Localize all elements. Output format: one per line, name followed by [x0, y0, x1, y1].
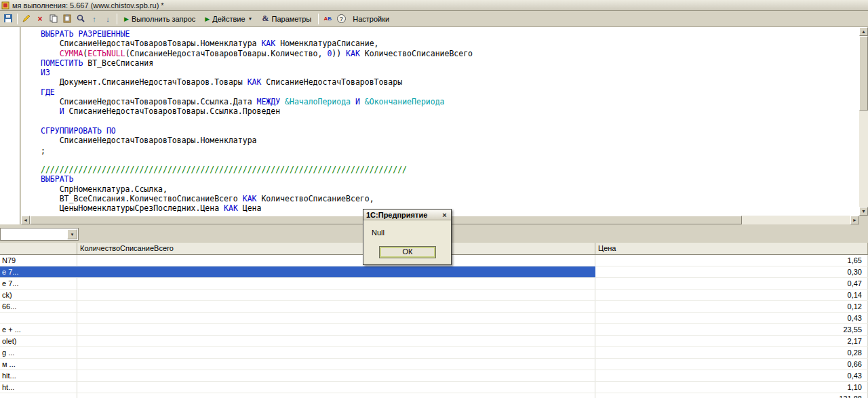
cell-nomenclature[interactable]: ck): [0, 290, 77, 300]
paste-button[interactable]: [60, 12, 74, 26]
cell-price[interactable]: 0,12: [595, 301, 868, 312]
cell-quantity[interactable]: [77, 266, 595, 277]
cell-price[interactable]: 0,30: [595, 266, 868, 277]
delete-button[interactable]: ×: [33, 12, 47, 26]
find-button[interactable]: [74, 12, 87, 26]
table-row[interactable]: м ...0,66: [0, 359, 868, 370]
cell-quantity[interactable]: [77, 359, 595, 370]
scroll-left-button[interactable]: ◄: [21, 216, 30, 224]
table-row[interactable]: ht...1,10: [0, 382, 868, 393]
table-row[interactable]: 66...0,12: [0, 301, 868, 313]
action-button[interactable]: ▶ Действие ▼: [200, 12, 257, 26]
run-query-label: Выполнить запрос: [132, 15, 195, 23]
parameters-button[interactable]: & Параметры: [258, 12, 317, 26]
cell-nomenclature[interactable]: N79: [0, 255, 77, 266]
ok-button[interactable]: ОК: [379, 246, 436, 258]
scroll-right-button[interactable]: ►: [850, 216, 859, 224]
dialog-title-bar[interactable]: 1С:Предприятие ×: [363, 210, 451, 220]
table-row[interactable]: е 7...0,30: [0, 266, 868, 278]
table-row[interactable]: olet)2,17: [0, 336, 868, 347]
code-line: СписаниеНедостачТоваровТовары.Ссылка.Дат…: [41, 97, 859, 106]
cell-price[interactable]: 0,28: [595, 347, 868, 358]
cell-price[interactable]: 0,43: [595, 313, 868, 323]
query-editor[interactable]: ВЫБРАТЬ РАЗРЕШЕННЫЕ СписаниеНедостачТова…: [21, 27, 859, 216]
cell-quantity[interactable]: [77, 278, 595, 289]
edit-button[interactable]: [20, 12, 33, 26]
cell-nomenclature[interactable]: hit...: [0, 370, 77, 381]
cell-price[interactable]: 0,14: [595, 290, 868, 300]
filter-combobox-value: [3, 230, 66, 239]
title-bar: мя выполнения: 5.667 (www.chistov.spb.ru…: [0, 0, 868, 11]
dialog-title: 1С:Предприятие: [366, 211, 427, 219]
cell-nomenclature[interactable]: ht...: [0, 382, 77, 393]
main-toolbar: × ↑ ↓ ▶ Выполнить запрос ▶ Действие ▼ & …: [0, 11, 868, 27]
code-line: СУММА(ЕСТЬNULL(СписаниеНедостачТоваровТо…: [41, 49, 859, 58]
cell-nomenclature[interactable]: g ...: [0, 347, 77, 358]
vertical-scroll-thumb[interactable]: [859, 36, 868, 111]
cell-price[interactable]: 0,43: [595, 370, 868, 381]
cell-quantity[interactable]: [77, 347, 595, 358]
cell-quantity[interactable]: [77, 290, 595, 300]
dialog-message: Null: [372, 228, 384, 237]
cell-nomenclature[interactable]: е + ...: [0, 324, 77, 335]
cell-price[interactable]: 1,65: [595, 255, 868, 266]
move-down-button[interactable]: ↓: [101, 12, 115, 26]
ab-settings-button[interactable]: АБ: [321, 12, 334, 26]
cell-nomenclature[interactable]: [0, 393, 77, 398]
copy-button[interactable]: [47, 12, 60, 26]
cell-price[interactable]: 1,10: [595, 382, 868, 393]
code-line: Документ.СписаниеНедостачТоваров.Товары …: [41, 77, 859, 87]
code-line: ВЫБРАТЬ: [41, 174, 859, 184]
help-button[interactable]: ?: [334, 12, 348, 26]
cell-nomenclature[interactable]: е 7...: [0, 278, 77, 289]
scroll-up-button[interactable]: ▲: [859, 27, 868, 36]
cell-nomenclature[interactable]: [0, 313, 77, 323]
scroll-down-button[interactable]: ▼: [859, 207, 868, 216]
cell-price[interactable]: 0,66: [595, 359, 868, 370]
cell-quantity[interactable]: [77, 336, 595, 346]
table-row[interactable]: е 7...0,47: [0, 278, 868, 290]
cell-price[interactable]: 131,88: [595, 393, 868, 398]
copy-icon: [49, 14, 58, 24]
cell-nomenclature[interactable]: м ...: [0, 359, 77, 370]
table-row[interactable]: hit...0,43: [0, 370, 868, 382]
column-header-nomenclature[interactable]: [0, 243, 77, 254]
table-row[interactable]: ck)0,14: [0, 290, 868, 301]
cell-quantity[interactable]: [77, 255, 595, 266]
cell-quantity[interactable]: [77, 301, 595, 312]
cell-quantity[interactable]: [77, 382, 595, 393]
cell-nomenclature[interactable]: 66...: [0, 301, 77, 312]
save-button[interactable]: [1, 12, 15, 26]
magnifier-icon: [76, 14, 85, 24]
cell-quantity[interactable]: [77, 324, 595, 335]
table-row[interactable]: 0,43: [0, 313, 868, 324]
settings-button[interactable]: Настройки: [348, 12, 394, 26]
cell-nomenclature[interactable]: е 7...: [0, 266, 77, 277]
cell-quantity[interactable]: [77, 393, 595, 398]
column-header-quantity[interactable]: КоличествоСписаниеВсего: [77, 243, 595, 254]
arrow-up-icon: ↑: [92, 15, 96, 23]
cell-nomenclature[interactable]: olet): [0, 336, 77, 346]
help-icon: ?: [337, 14, 346, 23]
combo-dropdown-button[interactable]: ▼: [67, 229, 77, 239]
cell-price[interactable]: 23,55: [595, 324, 868, 335]
code-line: СпрНоменклатура.Ссылка,: [41, 184, 859, 194]
cell-price[interactable]: 0,47: [595, 278, 868, 289]
cell-quantity[interactable]: [77, 313, 595, 323]
run-query-button[interactable]: ▶ Выполнить запрос: [119, 12, 200, 26]
table-row[interactable]: е + ...23,55: [0, 324, 868, 336]
table-row[interactable]: g ...0,28: [0, 347, 868, 359]
message-dialog: 1С:Предприятие × Null ОК: [363, 209, 452, 265]
move-up-button[interactable]: ↑: [87, 12, 101, 26]
cell-quantity[interactable]: [77, 370, 595, 381]
cell-price[interactable]: 2,17: [595, 336, 868, 346]
column-header-price[interactable]: Цена: [595, 243, 868, 254]
editor-vertical-scrollbar[interactable]: ▲ ▼: [859, 27, 868, 216]
filter-combobox[interactable]: ▼: [0, 228, 79, 241]
code-line: ИЗ: [41, 68, 859, 77]
toolbar-separator: [318, 14, 319, 24]
table-row[interactable]: 131,88: [0, 393, 868, 398]
ampersand-icon: &: [262, 14, 269, 24]
close-icon[interactable]: ×: [439, 210, 450, 219]
results-grid: КоличествоСписаниеВсего Цена N791,65е 7.…: [0, 243, 868, 398]
